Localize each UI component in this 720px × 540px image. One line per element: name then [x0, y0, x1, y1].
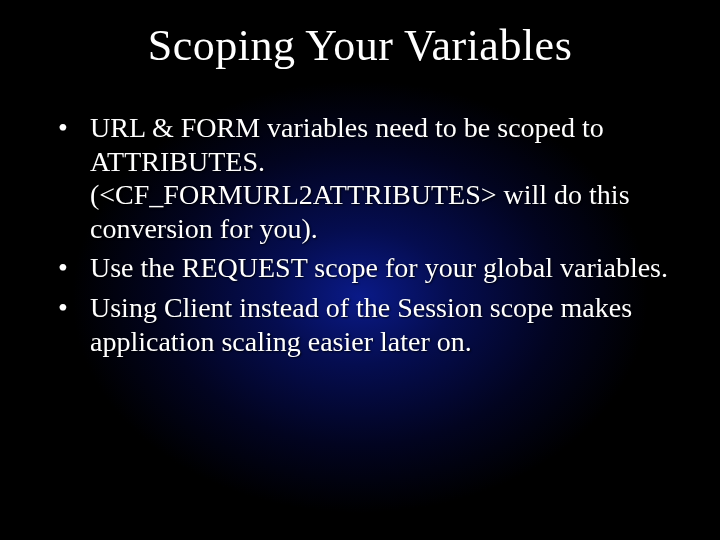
slide-body: URL & FORM variables need to be scoped t…	[0, 81, 720, 358]
list-item: Use the REQUEST scope for your global va…	[50, 251, 670, 285]
slide: Scoping Your Variables URL & FORM variab…	[0, 0, 720, 540]
bullet-list: URL & FORM variables need to be scoped t…	[50, 111, 670, 358]
slide-title: Scoping Your Variables	[0, 0, 720, 81]
list-item: Using Client instead of the Session scop…	[50, 291, 670, 358]
list-item: URL & FORM variables need to be scoped t…	[50, 111, 670, 245]
